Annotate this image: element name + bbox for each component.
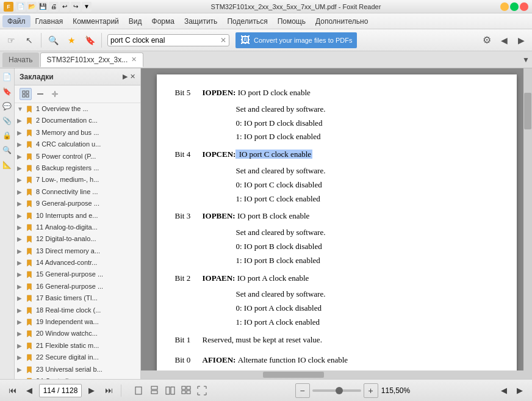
zoom-out-btn[interactable]: − <box>295 383 310 398</box>
tree-bookmark-icon <box>26 306 34 314</box>
sidebar-tree-item[interactable]: ▶10 Interrupts and e... <box>15 210 140 222</box>
print-icon[interactable]: 🖨 <box>49 2 59 12</box>
page-number-input[interactable] <box>39 384 82 397</box>
tree-expand-icon: ▶ <box>17 164 24 173</box>
left-icon-security[interactable]: 🔒 <box>1 129 13 142</box>
left-icon-comment[interactable]: 💬 <box>1 100 13 112</box>
close-btn[interactable] <box>520 2 528 11</box>
toolbar-hand-tool[interactable]: ☞ <box>2 32 20 49</box>
menu-form[interactable]: Форма <box>147 15 179 27</box>
sidebar-tree-item[interactable]: ▶14 Advanced-contr... <box>15 257 140 269</box>
minimize-btn[interactable] <box>500 2 509 11</box>
toolbar-nav-left[interactable]: ◀ <box>495 32 512 49</box>
zoom-in-btn[interactable]: + <box>364 383 378 398</box>
sidebar-tree-item[interactable]: ▶9 General-purpose ... <box>15 198 140 209</box>
pdf-bit-row: Bit 5IOPDEN: IO port D clock enable <box>175 87 498 99</box>
menu-home[interactable]: Главная <box>31 15 68 27</box>
sidebar-tree-item[interactable]: ▶11 Analog-to-digita... <box>15 222 140 233</box>
open-icon[interactable]: 📂 <box>27 2 37 12</box>
toolbar-bookmark[interactable]: 🔖 <box>81 32 98 49</box>
left-icon-layer[interactable]: 📐 <box>1 159 13 171</box>
menu-protect[interactable]: Защитить <box>179 15 222 27</box>
first-page-btn[interactable]: ⏮ <box>5 383 20 398</box>
sidebar-tree-item[interactable]: ▶7 Low-, medium-, h... <box>15 174 140 186</box>
sidebar-tree-item[interactable]: ▶13 Direct memory a... <box>15 245 140 257</box>
sidebar-btn-collapse-all[interactable] <box>34 88 46 100</box>
horizontal-scrollbar-thumb[interactable] <box>263 372 324 378</box>
sidebar-tree-item[interactable]: ▶6 Backup registers ... <box>15 162 140 174</box>
sidebar-tree-item[interactable]: ▶16 General-purpose ... <box>15 281 140 292</box>
pdf-scroll[interactable]: Bit 5IOPDEN: IO port D clock enableSet a… <box>141 68 532 370</box>
sidebar-tree-item[interactable]: ▶18 Real-time clock (... <box>15 305 140 316</box>
sidebar-tree-item[interactable]: ▶21 Flexible static m... <box>15 340 140 352</box>
new-icon[interactable]: 📄 <box>16 2 26 12</box>
redo-icon[interactable]: ↪ <box>71 2 81 12</box>
bottom-more-prev[interactable]: ◀ <box>497 383 511 398</box>
toolbar-highlight[interactable]: ★ <box>63 32 80 49</box>
left-icon-page[interactable]: 📄 <box>1 71 13 83</box>
sidebar-tree-item[interactable]: ▶5 Power control (P... <box>15 151 140 162</box>
menu-additional[interactable]: Дополнительно <box>311 15 373 27</box>
zoom-slider[interactable] <box>312 389 361 392</box>
toolbar-zoom-in[interactable]: 🔍 <box>45 32 62 49</box>
tab-dropdown-btn[interactable]: ▼ <box>522 56 530 64</box>
sidebar-btn-expand-all[interactable] <box>20 88 32 100</box>
toolbar-nav-right[interactable]: ▶ <box>512 32 530 49</box>
vertical-scrollbar[interactable] <box>523 68 532 379</box>
left-icon-search[interactable]: 🔍 <box>1 144 13 156</box>
maximize-btn[interactable] <box>510 2 519 11</box>
bottom-more-next[interactable]: ▶ <box>512 383 527 398</box>
last-page-btn[interactable]: ⏭ <box>101 383 116 398</box>
next-page-btn[interactable]: ▶ <box>84 383 99 398</box>
left-icon-attach[interactable]: 📎 <box>1 115 13 127</box>
sidebar-tree-item[interactable]: ▶8 Connectivity line ... <box>15 186 140 198</box>
view-continuous[interactable] <box>147 383 162 398</box>
menu-help[interactable]: Помощь <box>273 15 311 27</box>
sidebar-tree-item[interactable]: ▶15 General-purpose ... <box>15 269 140 280</box>
sidebar-tree-item[interactable]: ▶23 Universal serial b... <box>15 364 140 375</box>
view-two-continuous[interactable] <box>179 383 193 398</box>
search-input[interactable] <box>110 36 219 45</box>
tree-bookmark-icon <box>26 116 34 125</box>
sidebar-tree-item[interactable]: ▶3 Memory and bus ... <box>15 127 140 139</box>
menu-view[interactable]: Вид <box>124 15 147 27</box>
tab-document[interactable]: STM32F101xx_2xx_3x... ✕ <box>40 52 144 67</box>
menu-share[interactable]: Поделиться <box>222 15 272 27</box>
tree-item-label: 22 Secure digital in... <box>36 353 138 362</box>
pdf-sub-line: 1: IO port B clock enabled <box>236 255 498 267</box>
vertical-scrollbar-thumb[interactable] <box>524 93 531 129</box>
sidebar-btn-settings[interactable] <box>49 88 61 100</box>
more-icon[interactable]: ▼ <box>82 2 92 12</box>
main-content: 📄 🔖 💬 📎 🔒 🔍 📐 Закладки ▶ ✕ <box>0 68 532 379</box>
sidebar-tree-item[interactable]: ▼1 Overview the ... <box>15 103 140 115</box>
view-two-page[interactable] <box>163 383 178 398</box>
sidebar-tree-item[interactable]: ▶4 CRC calculation u... <box>15 139 140 150</box>
sidebar-tree-item[interactable]: ▶20 Window watchc... <box>15 328 140 339</box>
svg-rect-10 <box>135 387 142 394</box>
view-single-page[interactable] <box>131 383 146 398</box>
tree-item-label: 18 Real-time clock (... <box>36 306 138 315</box>
search-clear-icon[interactable]: ✕ <box>220 36 226 45</box>
undo-icon[interactable]: ↩ <box>60 2 70 12</box>
sidebar-tree-item[interactable]: ▶17 Basic timers (TI... <box>15 292 140 304</box>
horizontal-scrollbar[interactable] <box>141 370 532 379</box>
sidebar-tree-item[interactable]: ▶24 Controller area n... <box>15 375 140 379</box>
sidebar-tree-item[interactable]: ▶12 Digital-to-analo... <box>15 233 140 245</box>
menu-comment[interactable]: Комментарий <box>68 15 124 27</box>
sidebar-options-icon[interactable]: ✕ <box>130 73 135 81</box>
tab-document-close[interactable]: ✕ <box>131 56 137 63</box>
sidebar-tree-item[interactable]: ▶2 Documentation c... <box>15 115 140 126</box>
sidebar-tree-item[interactable]: ▶19 Independent wa... <box>15 316 140 328</box>
view-fullscreen[interactable] <box>195 383 209 398</box>
left-icon-bookmark[interactable]: 🔖 <box>1 85 13 98</box>
convert-banner[interactable]: 🖼 Convert your image files to PDFs <box>235 32 357 48</box>
zoom-slider-thumb[interactable] <box>336 387 343 394</box>
save-title-icon[interactable]: 💾 <box>38 2 48 12</box>
sidebar-expand-icon[interactable]: ▶ <box>123 73 128 81</box>
toolbar-select-tool[interactable]: ↖ <box>21 32 38 49</box>
menu-file[interactable]: Файл <box>2 15 31 27</box>
toolbar-settings-btn[interactable]: ⚙ <box>478 32 495 49</box>
sidebar-tree-item[interactable]: ▶22 Secure digital in... <box>15 352 140 363</box>
prev-page-btn[interactable]: ◀ <box>22 383 37 398</box>
tab-start[interactable]: Начать <box>2 52 39 67</box>
